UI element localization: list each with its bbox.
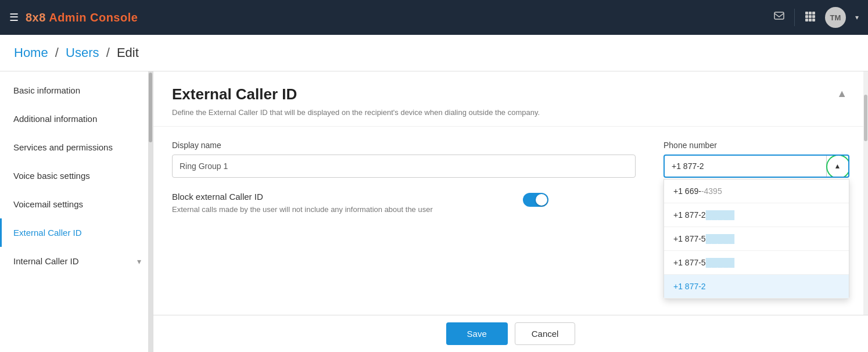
svg-rect-1 <box>805 12 808 15</box>
phone-number-input[interactable] <box>665 161 826 171</box>
content-area: External Caller ID Define the External C… <box>153 71 868 352</box>
sidebar: Basic information Additional information… <box>0 71 153 352</box>
svg-rect-7 <box>805 19 808 21</box>
sidebar-item-external-caller-id[interactable]: External Caller ID <box>0 218 153 247</box>
breadcrumb-users[interactable]: Users <box>66 45 99 60</box>
block-caller-id-text: Block external Caller ID External calls … <box>172 192 495 215</box>
sidebar-item-services-permissions[interactable]: Services and permissions <box>0 133 153 161</box>
display-name-input[interactable] <box>172 155 636 178</box>
toggle-thumb <box>536 194 547 206</box>
dropdown-item-1[interactable]: +1 669-​​​​​-4395 <box>664 179 849 203</box>
sidebar-item-additional-information[interactable]: Additional information <box>0 105 153 133</box>
sidebar-scrollbar-thumb <box>149 73 152 142</box>
sidebar-arrow-icon: ▾ <box>137 257 141 266</box>
svg-rect-0 <box>774 12 784 19</box>
hamburger-icon[interactable]: ☰ <box>9 11 19 24</box>
phone-dropdown-list: +1 669-​​​​​-4395 +1 877-2█████ +1 877-5… <box>663 179 849 299</box>
section-title: External Caller ID <box>172 85 540 103</box>
display-name-label: Display name <box>172 141 636 150</box>
breadcrumb-current: Edit <box>117 45 139 60</box>
section-description: Define the External Caller ID that will … <box>172 108 540 117</box>
block-caller-id-title: Block external Caller ID <box>172 192 495 202</box>
notification-icon[interactable] <box>773 10 785 25</box>
breadcrumb-home[interactable]: Home <box>14 45 48 60</box>
dropdown-item-3[interactable]: +1 877-5█████ <box>664 227 849 251</box>
breadcrumb-sep-2: / <box>106 45 110 60</box>
collapse-button[interactable]: ▲ <box>834 85 849 102</box>
svg-rect-6 <box>812 15 815 18</box>
svg-rect-8 <box>809 19 812 21</box>
content-scrollbar-thumb <box>864 95 867 141</box>
dropdown-item-4[interactable]: +1 877-5█████ <box>664 251 849 275</box>
sidebar-item-internal-caller-id[interactable]: Internal Caller ID ▾ <box>0 247 153 275</box>
content-scrollbar <box>863 71 868 352</box>
sidebar-item-voicemail-settings[interactable]: Voicemail settings <box>0 190 153 218</box>
footer-bar: Save Cancel <box>153 315 868 352</box>
form-row-names: Display name Phone number ▲ <box>172 141 849 178</box>
brand-logo: 8x8 Admin Console <box>26 11 138 24</box>
breadcrumb-sep-1: / <box>55 45 59 60</box>
svg-rect-5 <box>809 15 812 18</box>
sidebar-item-basic-information[interactable]: Basic information <box>0 76 153 105</box>
breadcrumb-bar: Home / Users / Edit <box>0 35 868 71</box>
phone-number-group: Phone number ▲ +1 669-​​​​​-4395 <box>663 141 849 178</box>
avatar[interactable]: TM <box>825 7 846 28</box>
block-caller-id-description: External calls made by the user will not… <box>172 204 495 215</box>
block-caller-id-toggle[interactable] <box>523 193 548 207</box>
phone-dropdown-button[interactable]: ▲ <box>826 155 848 177</box>
section-header: External Caller ID Define the External C… <box>153 71 868 127</box>
sidebar-scrollbar <box>148 71 153 352</box>
top-navigation: ☰ 8x8 Admin Console <box>0 0 868 35</box>
svg-rect-3 <box>812 12 815 15</box>
save-button[interactable]: Save <box>446 322 508 345</box>
main-layout: Basic information Additional information… <box>0 71 868 352</box>
svg-rect-4 <box>805 15 808 18</box>
apps-grid-icon[interactable] <box>804 10 816 25</box>
dropdown-item-5[interactable]: +1 877-2 <box>664 275 849 299</box>
avatar-caret-icon[interactable]: ▾ <box>855 13 859 21</box>
sidebar-item-voice-basic-settings[interactable]: Voice basic settings <box>0 161 153 190</box>
phone-number-label: Phone number <box>663 141 849 150</box>
dropdown-item-2[interactable]: +1 877-2█████ <box>664 203 849 227</box>
svg-rect-2 <box>809 12 812 15</box>
phone-input-wrapper: ▲ <box>663 155 849 178</box>
display-name-group: Display name <box>172 141 636 178</box>
svg-rect-9 <box>812 19 815 21</box>
nav-divider <box>794 9 795 26</box>
phone-number-dropdown-group: ▲ +1 669-​​​​​-4395 +1 877-2█████ +1 8 <box>663 155 849 178</box>
cancel-button[interactable]: Cancel <box>515 322 576 345</box>
